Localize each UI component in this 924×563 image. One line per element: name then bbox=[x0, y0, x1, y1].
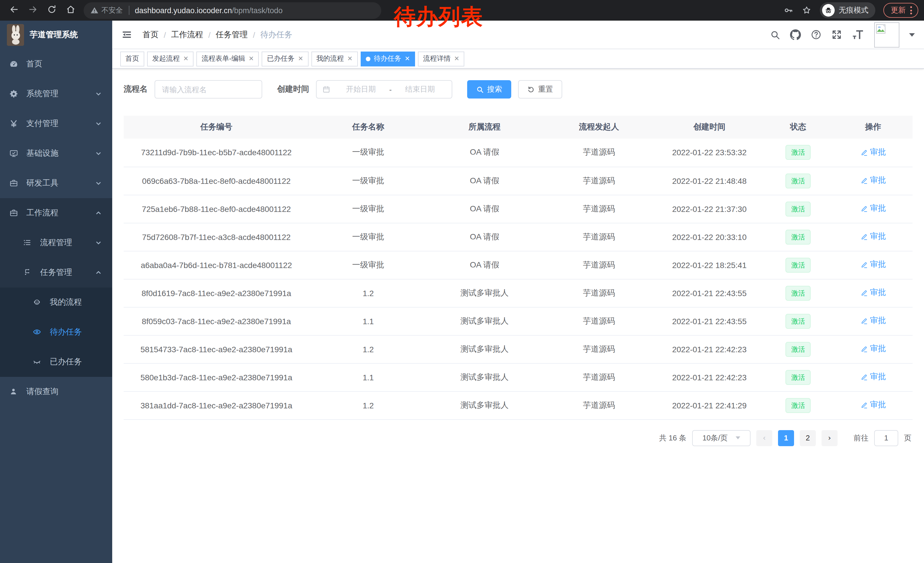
avatar-caret-icon[interactable] bbox=[909, 33, 915, 39]
close-icon[interactable]: ✕ bbox=[183, 55, 188, 62]
edit-icon bbox=[860, 374, 868, 381]
approve-link[interactable]: 审批 bbox=[860, 147, 886, 158]
close-icon[interactable]: ✕ bbox=[347, 55, 352, 62]
sidebar-item-process-mgmt[interactable]: 流程管理 bbox=[0, 228, 112, 258]
sidebar-item-payment[interactable]: 支付管理 bbox=[0, 109, 112, 139]
tag-form-edit[interactable]: 流程表单-编辑✕ bbox=[196, 51, 259, 66]
github-icon[interactable] bbox=[790, 29, 801, 40]
next-page-button[interactable]: › bbox=[822, 430, 837, 446]
task-process: 测试多审批人 bbox=[428, 279, 542, 307]
toolbox-icon bbox=[9, 179, 18, 188]
breadcrumb-item[interactable]: 首页 bbox=[142, 30, 159, 40]
approve-link[interactable]: 审批 bbox=[860, 232, 886, 242]
help-icon[interactable] bbox=[811, 29, 822, 40]
task-starter: 芋道源码 bbox=[542, 279, 656, 307]
page-size-select[interactable]: 10条/页 bbox=[692, 430, 750, 446]
table-row: 75d72608-7b7f-11ec-a3c8-acde48001122 一级审… bbox=[124, 223, 912, 251]
col-task-id: 任务编号 bbox=[124, 116, 309, 139]
goto-page-input[interactable] bbox=[874, 430, 898, 446]
approve-link[interactable]: 审批 bbox=[860, 288, 886, 298]
task-process: OA 请假 bbox=[428, 251, 542, 279]
search-button[interactable]: 搜索 bbox=[467, 80, 511, 99]
breadcrumb-item[interactable]: 工作流程 bbox=[171, 30, 203, 40]
approve-link[interactable]: 审批 bbox=[860, 204, 886, 214]
close-icon[interactable]: ✕ bbox=[405, 55, 410, 62]
task-time: 2022-01-22 18:25:41 bbox=[656, 251, 762, 279]
prev-page-button[interactable]: ‹ bbox=[756, 430, 772, 446]
page-button-2[interactable]: 2 bbox=[800, 430, 816, 446]
breadcrumb-item[interactable]: 任务管理 bbox=[216, 30, 248, 40]
sidebar-item-system[interactable]: 系统管理 bbox=[0, 79, 112, 109]
task-starter: 芋道源码 bbox=[542, 307, 656, 335]
sidebar-item-home[interactable]: 首页 bbox=[0, 49, 112, 79]
page-button-1[interactable]: 1 bbox=[778, 430, 794, 446]
tag-process-detail[interactable]: 流程详情✕ bbox=[418, 51, 464, 66]
end-date-placeholder[interactable]: 结束日期 bbox=[394, 84, 446, 95]
reset-button[interactable]: 重置 bbox=[518, 80, 562, 99]
goto-label: 前往 bbox=[854, 433, 868, 443]
task-starter: 芋道源码 bbox=[542, 391, 656, 419]
date-range-picker[interactable]: 开始日期 - 结束日期 bbox=[316, 80, 452, 99]
status-badge: 激活 bbox=[786, 145, 811, 160]
sidebar-item-my-process[interactable]: 我的流程 bbox=[0, 288, 112, 317]
search-icon bbox=[476, 86, 484, 93]
screen: 不安全 dashboard.yudao.iocoder.cn/bpm/task/… bbox=[0, 0, 924, 563]
sidebar-item-task-mgmt[interactable]: 任务管理 bbox=[0, 258, 112, 288]
browser-home-icon[interactable] bbox=[66, 4, 76, 17]
browser-forward-icon[interactable] bbox=[28, 4, 38, 17]
approve-link[interactable]: 审批 bbox=[860, 400, 886, 410]
close-icon[interactable]: ✕ bbox=[249, 55, 254, 62]
logo-area[interactable]: 芋道管理系统 bbox=[0, 21, 112, 49]
table-header: 任务编号 任务名称 所属流程 流程发起人 创建时间 状态 操作 bbox=[124, 116, 912, 139]
task-time: 2022-01-21 22:43:55 bbox=[656, 279, 762, 307]
sidebar-item-label: 待办任务 bbox=[50, 327, 103, 337]
range-separator: - bbox=[387, 85, 394, 94]
tag-my-process[interactable]: 我的流程✕ bbox=[311, 51, 357, 66]
tag-todo-tasks[interactable]: 待办任务✕ bbox=[361, 51, 415, 66]
task-process: OA 请假 bbox=[428, 223, 542, 251]
tag-home[interactable]: 首页 bbox=[120, 51, 144, 66]
key-icon[interactable] bbox=[783, 5, 794, 15]
sidebar-item-infrastructure[interactable]: 基础设施 bbox=[0, 139, 112, 168]
browser-back-icon[interactable] bbox=[9, 4, 19, 17]
chevron-down-icon bbox=[736, 437, 740, 441]
sidebar-menu: 首页 系统管理 支付管理 基础设施 bbox=[0, 49, 112, 563]
browser-reload-icon[interactable] bbox=[47, 4, 57, 17]
status-badge: 激活 bbox=[786, 398, 811, 413]
eye-closed-icon bbox=[33, 357, 42, 366]
search-icon[interactable] bbox=[770, 30, 780, 40]
tag-done-tasks[interactable]: 已办任务✕ bbox=[262, 51, 308, 66]
approve-link[interactable]: 审批 bbox=[860, 372, 886, 382]
sidebar-collapse-icon[interactable] bbox=[122, 29, 132, 40]
edit-icon bbox=[860, 401, 868, 409]
edit-icon bbox=[860, 233, 868, 240]
sidebar-item-devtools[interactable]: 研发工具 bbox=[0, 168, 112, 198]
approve-link[interactable]: 审批 bbox=[860, 176, 886, 186]
start-date-placeholder[interactable]: 开始日期 bbox=[335, 84, 387, 95]
tags-view: 首页 发起流程✕ 流程表单-编辑✕ 已办任务✕ 我的流程✕ 待办任务✕ 流程详情… bbox=[112, 49, 924, 69]
sidebar-item-todo-tasks[interactable]: 待办任务 bbox=[0, 317, 112, 347]
process-name-input[interactable] bbox=[154, 80, 262, 99]
fullscreen-icon[interactable] bbox=[831, 29, 842, 40]
font-size-icon[interactable] bbox=[852, 29, 864, 40]
annotation-overlay: 待办列表 bbox=[394, 6, 483, 29]
approve-link[interactable]: 审批 bbox=[860, 344, 886, 354]
browser-menu-icon[interactable] bbox=[910, 6, 912, 14]
tag-start-process[interactable]: 发起流程✕ bbox=[147, 51, 194, 66]
close-icon[interactable]: ✕ bbox=[454, 55, 459, 62]
sidebar-item-leave-query[interactable]: 请假查询 bbox=[0, 377, 112, 407]
task-starter: 芋道源码 bbox=[542, 363, 656, 391]
approve-link[interactable]: 审批 bbox=[860, 260, 886, 270]
org-tree-icon bbox=[23, 268, 32, 277]
avatar[interactable] bbox=[874, 22, 899, 47]
sidebar-item-workflow[interactable]: 工作流程 bbox=[0, 198, 112, 228]
bookmark-star-icon[interactable] bbox=[801, 5, 812, 15]
task-name: 1.2 bbox=[309, 335, 428, 363]
approve-link[interactable]: 审批 bbox=[860, 316, 886, 326]
chevron-up-icon bbox=[95, 210, 102, 216]
browser-update-button[interactable]: 更新 bbox=[884, 3, 918, 18]
close-icon[interactable]: ✕ bbox=[298, 55, 303, 62]
task-id: a6aba0a4-7b6d-11ec-b781-acde48001122 bbox=[124, 251, 309, 279]
sidebar-item-done-tasks[interactable]: 已办任务 bbox=[0, 347, 112, 377]
address-bar[interactable]: 不安全 dashboard.yudao.iocoder.cn/bpm/task/… bbox=[84, 2, 381, 19]
